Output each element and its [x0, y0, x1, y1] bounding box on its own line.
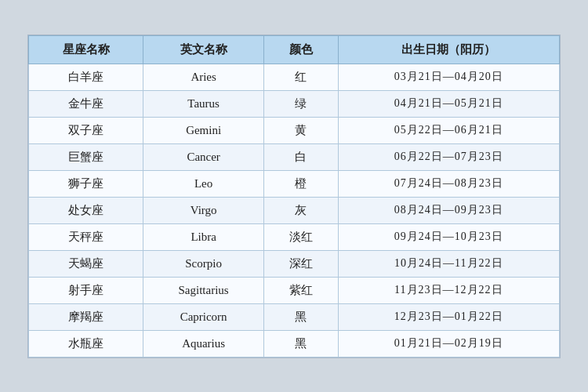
cell-english-name: Aries [143, 64, 264, 90]
cell-chinese-name: 天秤座 [29, 223, 143, 250]
table-row: 双子座Gemini黄05月22日—06月21日 [29, 117, 560, 143]
cell-chinese-name: 处女座 [29, 197, 143, 223]
table-row: 摩羯座Capricorn黑12月23日—01月22日 [29, 303, 560, 330]
cell-color: 黑 [263, 330, 338, 357]
cell-date: 10月24日—11月22日 [338, 250, 559, 277]
table-row: 白羊座Aries红03月21日—04月20日 [29, 64, 560, 90]
cell-date: 07月24日—08月23日 [338, 170, 559, 197]
cell-english-name: Gemini [143, 117, 264, 143]
cell-color: 橙 [263, 170, 338, 197]
table-row: 天蝎座Scorpio深红10月24日—11月22日 [29, 250, 560, 277]
header-english-name: 英文名称 [143, 35, 264, 64]
cell-color: 黄 [263, 117, 338, 143]
header-chinese-name: 星座名称 [29, 35, 143, 64]
cell-english-name: Capricorn [143, 303, 264, 330]
header-color: 颜色 [263, 35, 338, 64]
cell-color: 淡红 [263, 223, 338, 250]
cell-color: 白 [263, 143, 338, 170]
cell-date: 09月24日—10月23日 [338, 223, 559, 250]
cell-english-name: Cancer [143, 143, 264, 170]
table-row: 处女座Virgo灰08月24日—09月23日 [29, 197, 560, 223]
cell-chinese-name: 双子座 [29, 117, 143, 143]
zodiac-table-container: 星座名称 英文名称 颜色 出生日期（阳历） 白羊座Aries红03月21日—04… [27, 34, 561, 358]
cell-date: 05月22日—06月21日 [338, 117, 559, 143]
cell-color: 红 [263, 64, 338, 90]
cell-english-name: Virgo [143, 197, 264, 223]
table-header-row: 星座名称 英文名称 颜色 出生日期（阳历） [29, 35, 560, 64]
cell-date: 01月21日—02月19日 [338, 330, 559, 357]
cell-color: 紫红 [263, 277, 338, 303]
cell-chinese-name: 金牛座 [29, 90, 143, 117]
cell-chinese-name: 狮子座 [29, 170, 143, 197]
cell-color: 黑 [263, 303, 338, 330]
table-row: 金牛座Taurus绿04月21日—05月21日 [29, 90, 560, 117]
header-date: 出生日期（阳历） [338, 35, 559, 64]
cell-english-name: Taurus [143, 90, 264, 117]
cell-date: 11月23日—12月22日 [338, 277, 559, 303]
cell-date: 12月23日—01月22日 [338, 303, 559, 330]
cell-english-name: Sagittarius [143, 277, 264, 303]
cell-color: 灰 [263, 197, 338, 223]
cell-chinese-name: 巨蟹座 [29, 143, 143, 170]
cell-date: 03月21日—04月20日 [338, 64, 559, 90]
cell-date: 04月21日—05月21日 [338, 90, 559, 117]
table-row: 天秤座Libra淡红09月24日—10月23日 [29, 223, 560, 250]
table-row: 狮子座Leo橙07月24日—08月23日 [29, 170, 560, 197]
cell-color: 绿 [263, 90, 338, 117]
cell-english-name: Scorpio [143, 250, 264, 277]
table-row: 巨蟹座Cancer白06月22日—07月23日 [29, 143, 560, 170]
cell-date: 08月24日—09月23日 [338, 197, 559, 223]
cell-chinese-name: 射手座 [29, 277, 143, 303]
zodiac-table: 星座名称 英文名称 颜色 出生日期（阳历） 白羊座Aries红03月21日—04… [28, 35, 560, 358]
table-row: 射手座Sagittarius紫红11月23日—12月22日 [29, 277, 560, 303]
table-body: 白羊座Aries红03月21日—04月20日金牛座Taurus绿04月21日—0… [29, 64, 560, 357]
cell-english-name: Libra [143, 223, 264, 250]
cell-english-name: Aquarius [143, 330, 264, 357]
cell-chinese-name: 天蝎座 [29, 250, 143, 277]
cell-date: 06月22日—07月23日 [338, 143, 559, 170]
table-row: 水瓶座Aquarius黑01月21日—02月19日 [29, 330, 560, 357]
cell-english-name: Leo [143, 170, 264, 197]
cell-chinese-name: 水瓶座 [29, 330, 143, 357]
cell-chinese-name: 白羊座 [29, 64, 143, 90]
cell-color: 深红 [263, 250, 338, 277]
cell-chinese-name: 摩羯座 [29, 303, 143, 330]
